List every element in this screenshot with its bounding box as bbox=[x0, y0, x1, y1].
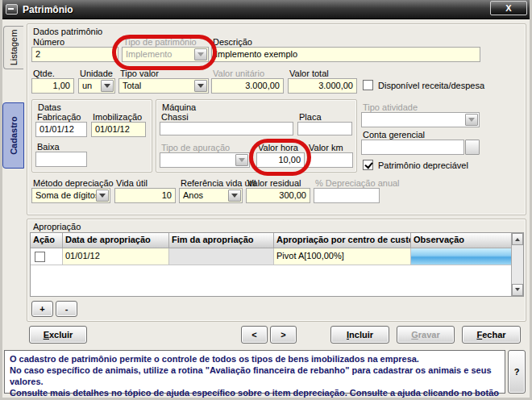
descricao-label: Descrição bbox=[213, 37, 252, 47]
valor-total-label: Valor total bbox=[289, 69, 329, 78]
col-observacao[interactable]: Observação bbox=[411, 233, 511, 248]
valor-km-label: Valor km bbox=[309, 143, 343, 152]
tab-listagem-label: Listagem bbox=[9, 30, 19, 66]
baixa-field[interactable] bbox=[35, 152, 87, 167]
qtde-field[interactable]: 1,00 bbox=[31, 78, 74, 94]
imobilizacao-label: Imobilização bbox=[93, 112, 142, 122]
placa-label: Placa bbox=[299, 112, 322, 122]
tipo-apuracao-combo bbox=[160, 152, 250, 168]
placa-field[interactable] bbox=[297, 122, 352, 135]
window-icon bbox=[6, 4, 18, 15]
tab-cadastro[interactable]: Cadastro bbox=[2, 102, 24, 169]
chassi-label: Chassi bbox=[161, 112, 189, 122]
fechar-button[interactable]: Fechar bbox=[462, 326, 521, 344]
centro-custo-cell[interactable]: Pivot A[100,00%] bbox=[274, 248, 411, 265]
metodo-depreciacao-combo[interactable]: Soma de dígitos bbox=[31, 188, 110, 203]
perc-depreciacao-anual-field bbox=[314, 188, 380, 203]
unidade-combo[interactable]: un bbox=[78, 78, 115, 94]
numero-field[interactable]: 2 bbox=[31, 47, 118, 62]
chevron-down-icon[interactable] bbox=[96, 190, 109, 202]
help-text-box: O cadastro de patrimônio permite o contr… bbox=[4, 350, 505, 394]
referencia-vida-util-label: Referência vida útil bbox=[181, 178, 256, 188]
valor-hora-field[interactable]: 10,00 bbox=[256, 152, 305, 168]
tipo-patrimonio-combo: Implemento bbox=[122, 47, 209, 62]
valor-unitario-label: Valor unitário bbox=[213, 69, 264, 78]
tab-listagem[interactable]: Listagem bbox=[3, 26, 23, 69]
help-line-3: Consulte mais detalhes no tópico de ajud… bbox=[10, 387, 500, 400]
fim-apropriacao-cell bbox=[169, 248, 274, 265]
chevron-down-icon[interactable] bbox=[101, 80, 114, 92]
incluir-button[interactable]: Incluir bbox=[330, 326, 389, 344]
group-maquina-label: Máquina bbox=[162, 102, 196, 112]
chevron-down-icon[interactable] bbox=[194, 80, 207, 92]
conta-gerencial-field[interactable] bbox=[361, 140, 464, 155]
previous-record-button[interactable]: < bbox=[241, 326, 268, 344]
scroll-up-icon[interactable] bbox=[512, 233, 523, 245]
numero-label: Número bbox=[33, 37, 64, 47]
tipo-valor-value: Total bbox=[123, 81, 141, 90]
col-acao[interactable]: Ação bbox=[31, 233, 63, 248]
disponivel-checkbox-row[interactable]: Disponível receita/despesa bbox=[363, 80, 484, 90]
excluir-button[interactable]: Excluir bbox=[29, 326, 87, 344]
valor-hora-label: Valor hora bbox=[258, 143, 298, 152]
add-row-button[interactable]: + bbox=[31, 301, 53, 317]
tipo-valor-label: Tipo valor bbox=[120, 69, 159, 78]
valor-unitario-field: 3.000,00 bbox=[211, 78, 284, 94]
data-apropriacao-cell[interactable]: 01/01/12 bbox=[63, 248, 169, 265]
referencia-vida-util-combo[interactable]: Anos bbox=[179, 188, 243, 203]
tipo-valor-combo[interactable]: Total bbox=[118, 78, 209, 94]
unidade-label: Unidade bbox=[80, 69, 113, 78]
apropriacao-table-header: Ação Data de apropriação Fim da apropria… bbox=[31, 233, 523, 248]
valor-km-field[interactable] bbox=[307, 152, 353, 168]
disponivel-checkbox[interactable] bbox=[363, 80, 373, 90]
qtde-label: Qtde. bbox=[33, 69, 55, 78]
tipo-atividade-label: Tipo atividade bbox=[363, 102, 418, 112]
apropriacao-table: Ação Data de apropriação Fim da apropria… bbox=[30, 232, 524, 297]
col-fim-apropriacao[interactable]: Fim da apropriação bbox=[169, 233, 274, 248]
observacao-cell[interactable] bbox=[411, 248, 511, 265]
valor-total-field[interactable]: 3.000,00 bbox=[288, 78, 357, 94]
vida-util-field[interactable]: 10 bbox=[114, 188, 176, 203]
row-acao-checkbox[interactable] bbox=[35, 252, 45, 262]
group-apropriacao-label: Apropriação bbox=[33, 222, 81, 231]
vida-util-label: Vida útil bbox=[116, 178, 148, 188]
conta-gerencial-lookup-button[interactable] bbox=[465, 140, 480, 155]
help-button[interactable]: ? bbox=[508, 350, 526, 394]
table-scrollbar[interactable] bbox=[511, 233, 523, 296]
patrimonio-window: Patrimônio X Listagem Cadastro Dados pat… bbox=[0, 0, 532, 400]
window-title: Patrimônio bbox=[23, 4, 73, 15]
tipo-apuracao-label: Tipo de apuração bbox=[161, 143, 230, 152]
depreciavel-checkbox[interactable] bbox=[363, 160, 373, 170]
table-row[interactable]: 01/01/12 Pivot A[100,00%] bbox=[31, 248, 523, 265]
metodo-depreciacao-value: Soma de dígitos bbox=[35, 190, 100, 200]
valor-residual-field[interactable]: 300,00 bbox=[246, 188, 310, 203]
chevron-down-icon[interactable] bbox=[228, 190, 241, 202]
gravar-button: Gravar bbox=[397, 326, 455, 344]
next-record-button[interactable]: > bbox=[270, 326, 297, 344]
col-data-apropriacao[interactable]: Data de apropriação bbox=[63, 233, 169, 248]
col-centro-custo[interactable]: Apropriação por centro de custo bbox=[274, 233, 411, 248]
tipo-patrimonio-label: Tipo de patrimônio bbox=[123, 37, 197, 47]
chevron-down-icon bbox=[194, 48, 207, 60]
tipo-patrimonio-value: Implemento bbox=[126, 49, 172, 59]
chassi-field[interactable] bbox=[160, 122, 293, 135]
referencia-vida-util-value: Anos bbox=[183, 190, 203, 200]
baixa-label: Baixa bbox=[37, 142, 60, 152]
remove-row-button[interactable]: - bbox=[56, 301, 77, 317]
metodo-depreciacao-label: Método depreciação bbox=[33, 178, 114, 188]
tipo-atividade-combo bbox=[361, 112, 480, 127]
scroll-down-icon[interactable] bbox=[512, 284, 523, 296]
close-button[interactable]: X bbox=[490, 1, 527, 15]
acao-cell[interactable] bbox=[31, 248, 63, 265]
valor-residual-label: Valor residual bbox=[247, 178, 301, 188]
help-line-2: No caso específico de animais, utilize a… bbox=[10, 365, 500, 387]
perc-depreciacao-anual-label: % Depreciação anual bbox=[315, 178, 400, 188]
fabricacao-field[interactable]: 01/01/12 bbox=[35, 122, 87, 137]
titlebar: Patrimônio X bbox=[0, 0, 532, 19]
group-datas-label: Datas bbox=[38, 102, 61, 112]
depreciavel-checkbox-row[interactable]: Patrimônio depreciável bbox=[363, 160, 468, 170]
descricao-field[interactable]: Implemento exemplo bbox=[211, 47, 480, 62]
group-dados-label: Dados patrimônio bbox=[33, 27, 102, 36]
help-line-1: O cadastro de patrimônio permite o contr… bbox=[10, 353, 500, 365]
imobilizacao-field[interactable]: 01/01/12 bbox=[91, 122, 146, 137]
